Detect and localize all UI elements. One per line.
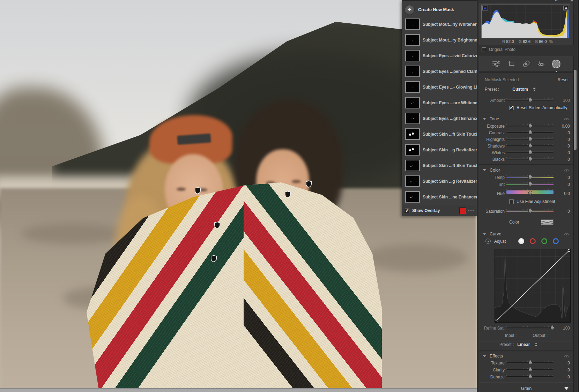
mask-thumbnail [405, 18, 420, 30]
edit-sliders-icon[interactable] [491, 59, 502, 69]
color-swatch[interactable] [541, 219, 554, 225]
tone-curve-graph[interactable] [495, 249, 571, 323]
histogram-title: Histogram [543, 0, 566, 1]
amount-slider[interactable] [506, 100, 554, 101]
mask-thumbnail [405, 97, 420, 108]
amount-label: Amount [463, 98, 505, 103]
mask-thumbnail [405, 34, 420, 46]
tone-section-header[interactable]: Tone [483, 116, 499, 121]
effects-section-header[interactable]: Effects [483, 354, 503, 359]
tone-visibility-eye-icon[interactable] [564, 117, 569, 121]
shadow-clipping-indicator[interactable] [482, 6, 488, 10]
masking-options-panel: No Mask Selected Reset Preset : Custom A… [479, 73, 574, 392]
expand-triangle-icon [564, 387, 569, 390]
fine-adjustment-checkbox[interactable] [509, 199, 514, 204]
original-photo-label: Original Photo [489, 47, 515, 52]
highlights-slider[interactable] [506, 139, 554, 140]
saturation-slider[interactable] [506, 211, 554, 212]
healing-icon[interactable] [521, 59, 532, 69]
mask-pin-icon[interactable] [306, 180, 312, 188]
preset-label: Preset : [485, 87, 499, 92]
collapse-triangle-icon [483, 355, 486, 357]
curve-channel-red-button[interactable] [530, 238, 536, 244]
reset-button[interactable]: Reset [558, 77, 569, 82]
exposure-slider[interactable] [506, 126, 554, 127]
preset-value[interactable]: Custom [512, 87, 528, 92]
mask-pin-icon[interactable] [285, 191, 291, 198]
mask-list-item[interactable]: Subject Eyes ...pened Clarity [402, 63, 477, 79]
mask-thumbnail [405, 128, 420, 140]
grain-section-header[interactable]: Grain [479, 385, 573, 392]
curve-channel-blue-button[interactable] [553, 238, 559, 244]
mask-thumbnail [405, 160, 420, 171]
refine-sat-slider[interactable] [506, 327, 554, 329]
curve-preset-row: Preset : Linear [499, 342, 579, 347]
blacks-slider[interactable] [506, 159, 554, 160]
create-new-mask-label: Create New Mask [418, 7, 454, 12]
auto-reset-checkbox[interactable] [509, 106, 514, 110]
whites-slider[interactable] [506, 152, 554, 153]
masking-icon[interactable] [551, 59, 562, 69]
temp-slider[interactable] [506, 177, 554, 178]
slider-thumb[interactable] [528, 98, 532, 102]
targeted-adjustment-icon[interactable] [485, 239, 491, 244]
amount-value: 100 [555, 98, 570, 103]
histogram-header[interactable]: Histogram [477, 0, 579, 2]
histogram-section: R82.0 G82.6 B86.0 % [479, 3, 574, 45]
curve-adjust-row: Adjust [485, 238, 579, 244]
curve-section-header[interactable]: Curve [483, 232, 501, 236]
mask-pin-icon[interactable] [211, 255, 217, 262]
curve-preset-value[interactable]: Linear [517, 342, 530, 347]
chevron-down-icon [570, 0, 573, 1]
fine-adjustment-row[interactable]: Use Fine Adjustment [509, 199, 579, 204]
mask-thumbnail [405, 50, 420, 61]
sand-shadow [363, 244, 468, 272]
original-photo-toggle[interactable]: Original Photo [482, 47, 515, 52]
mask-list-item[interactable]: Subject Eyes ...ivid Colorizer [402, 48, 477, 63]
create-new-mask-button[interactable]: + Create New Mask [402, 3, 477, 16]
curve-channel-green-button[interactable] [541, 238, 547, 244]
sand-shadow [21, 223, 126, 244]
mask-thumbnail [405, 175, 420, 187]
mask-pin-icon[interactable] [195, 187, 201, 194]
mask-thumbnail [405, 81, 420, 93]
histogram-plot[interactable] [481, 5, 570, 38]
panel-edge [577, 0, 579, 392]
dehaze-slider[interactable] [506, 376, 554, 378]
color-visibility-eye-icon[interactable] [564, 168, 569, 172]
clarity-slider[interactable] [506, 369, 554, 371]
auto-reset-row[interactable]: Reset Sliders Automatically [509, 105, 579, 110]
show-overlay-checkbox[interactable] [405, 209, 409, 213]
texture-slider[interactable] [506, 362, 554, 364]
color-section-header[interactable]: Color [483, 168, 500, 173]
curve-channel-all-button[interactable] [518, 238, 524, 244]
edit-toolstrip [479, 56, 574, 72]
red-eye-icon[interactable] [536, 59, 547, 69]
original-photo-checkbox[interactable] [482, 47, 486, 52]
collapse-triangle-icon [483, 118, 486, 120]
plus-icon[interactable]: + [404, 5, 415, 15]
mask-pin-icon[interactable] [214, 221, 220, 229]
amount-slider-row: Amount 100 [479, 97, 573, 104]
mask-list-item[interactable]: Subject Mout...ry Brightener [402, 32, 477, 48]
develop-right-panel: Histogram R82.0 G82.6 [477, 0, 579, 392]
canvas-bottom-scrollbar[interactable] [0, 388, 477, 392]
refine-sat-row: Refine Sat. 100 [479, 325, 573, 331]
curve-preset-stepper-icon[interactable] [535, 343, 537, 346]
curve-visibility-eye-icon[interactable] [564, 232, 569, 236]
highlight-clip-triangle-icon [564, 7, 568, 9]
highlight-clipping-indicator[interactable] [563, 6, 569, 10]
mask-thumbnail [405, 144, 420, 156]
mask-list-item[interactable]: Subject Eyes ...- Glowing Lift [402, 79, 477, 95]
preset-stepper-icon[interactable] [533, 88, 536, 91]
tint-slider[interactable] [506, 184, 554, 185]
shadows-slider[interactable] [506, 145, 554, 147]
hue-slider[interactable] [506, 190, 554, 194]
mask-list-item[interactable]: Subject Mout...rly Whitener [402, 16, 477, 32]
crop-icon[interactable] [506, 59, 517, 69]
rgb-readout: R82.0 G82.6 B86.0 % [479, 39, 573, 44]
contrast-slider[interactable] [506, 132, 554, 134]
color-swatch-row: Color [479, 219, 573, 225]
collapse-triangle-icon [483, 233, 486, 235]
effects-visibility-eye-icon[interactable] [564, 354, 569, 358]
